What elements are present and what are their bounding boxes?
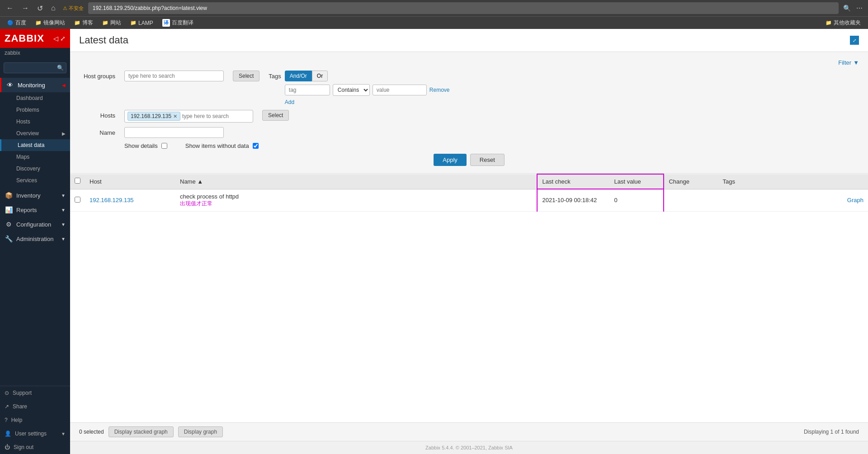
tag-value-input[interactable] [373, 85, 427, 95]
footer-text: Zabbix 5.4.4. © 2001–2021, Zabbix SIA [425, 445, 513, 450]
sidebar-item-maps[interactable]: Maps [0, 151, 70, 163]
select-all-checkbox[interactable] [75, 178, 80, 184]
more-button[interactable]: ⋯ [854, 4, 864, 13]
configuration-label: Configuration [16, 221, 51, 228]
tag-and-or-button[interactable]: And/Or [285, 71, 312, 81]
bookmark-lamp[interactable]: 📁 LAMP [127, 19, 157, 27]
hosts-search-input[interactable] [182, 113, 250, 119]
sidebar-item-hosts[interactable]: Hosts [0, 116, 70, 128]
display-graph-button[interactable]: Display graph [178, 426, 223, 437]
td-tags [718, 189, 832, 211]
overview-arrow-icon: ▶ [62, 131, 66, 136]
page-header: Latest data ⤢ [70, 29, 868, 52]
table-row: 192.168.129.135 check process of httpd 出… [70, 189, 868, 211]
bookmark-blog[interactable]: 📁 博客 [71, 18, 97, 28]
bookmark-translate[interactable]: 译 百度翻译 [159, 18, 197, 28]
sidebar-item-problems[interactable]: Problems [0, 104, 70, 116]
graph-link[interactable]: Graph [847, 197, 863, 203]
filter-header: Filter ▼ [79, 59, 859, 66]
bookmark-website[interactable]: 📁 网站 [99, 18, 125, 28]
expand-page-icon[interactable]: ⤢ [850, 36, 859, 45]
host-input-wrapper[interactable]: 192.168.129.135 ✕ [124, 110, 253, 123]
tag-add-button[interactable]: Add [285, 99, 294, 105]
host-groups-input[interactable] [124, 71, 224, 81]
main-content: Latest data ⤢ Filter ▼ Host groups Selec… [70, 29, 868, 454]
monitoring-label: Monitoring [18, 82, 45, 89]
bookmark-baidu[interactable]: 🔵 百度 [4, 18, 30, 28]
bookmark-mirror[interactable]: 📁 镜像网站 [32, 18, 69, 28]
display-stacked-graph-button[interactable]: Display stacked graph [108, 426, 174, 437]
host-link[interactable]: 192.168.129.135 [90, 197, 134, 203]
filter-toggle-button[interactable]: Filter ▼ [838, 59, 859, 66]
sidebar-item-reports[interactable]: 📊 Reports ▼ [0, 203, 70, 217]
host-tag-value: 192.168.129.135 [131, 113, 171, 119]
page-footer: Zabbix 5.4.4. © 2001–2021, Zabbix SIA [70, 441, 868, 454]
hosts-select-button[interactable]: Select [262, 110, 289, 121]
th-name[interactable]: Name ▲ [175, 174, 537, 189]
sidebar-item-administration[interactable]: 🔧 Administration ▼ [0, 232, 70, 246]
filter-funnel-icon: ▼ [853, 59, 859, 66]
sidebar-item-monitoring[interactable]: 👁 Monitoring ◀ [0, 78, 70, 92]
hosts-label: Hosts [79, 110, 115, 119]
sidebar-item-sign-out[interactable]: ⏻ Sign out [0, 440, 70, 454]
logo-text: ZABBIX [5, 33, 44, 44]
host-tag: 192.168.129.135 ✕ [127, 112, 180, 121]
status-message: 出现值才正常 [180, 200, 532, 208]
reports-label: Reports [16, 207, 37, 213]
bookmarks-bar: 🔵 百度 📁 镜像网站 📁 博客 📁 网站 📁 LAMP 译 百度翻译 📁 其他… [0, 16, 868, 29]
sidebar-item-inventory[interactable]: 📦 Inventory ▼ [0, 188, 70, 203]
back-button[interactable]: ← [4, 3, 16, 13]
sidebar-item-dashboard[interactable]: Dashboard [0, 92, 70, 104]
filter-section: Filter ▼ Host groups Select Tags And/Or … [70, 52, 868, 174]
sidebar-item-services[interactable]: Services [0, 175, 70, 186]
sidebar-item-discovery[interactable]: Discovery [0, 163, 70, 175]
show-items-checkbox[interactable] [253, 143, 259, 149]
hosts-row: Hosts 192.168.129.135 ✕ Select [79, 110, 859, 123]
sidebar-search-container: 🔍 [0, 60, 70, 76]
expand-icon[interactable]: ⤢ [60, 35, 66, 42]
url-bar[interactable] [88, 2, 839, 14]
td-last-check: 2021-10-09 00:18:42 [537, 189, 609, 211]
th-checkbox [70, 174, 85, 189]
user-settings-label: User settings [15, 430, 47, 437]
page-header-right: ⤢ [850, 36, 859, 45]
host-tag-remove-icon[interactable]: ✕ [173, 114, 177, 119]
tag-remove-button[interactable]: Remove [429, 87, 450, 93]
tag-or-button[interactable]: Or [312, 71, 328, 81]
apply-button[interactable]: Apply [434, 154, 467, 166]
refresh-button[interactable]: ↺ [34, 3, 46, 14]
reset-button[interactable]: Reset [470, 154, 505, 166]
sidebar-item-share[interactable]: ↗ Share [0, 400, 70, 413]
collapse-icon[interactable]: ◁ [53, 35, 58, 42]
tag-condition-select[interactable]: Contains [333, 84, 370, 96]
row-checkbox[interactable] [75, 197, 80, 203]
other-bookmarks[interactable]: 📁 其他收藏夹 [822, 18, 864, 28]
inventory-icon: 📦 [5, 192, 13, 199]
show-items-item: Show items without data [185, 142, 259, 149]
inventory-label: Inventory [16, 192, 40, 199]
host-groups-select-button[interactable]: Select [233, 71, 259, 81]
sidebar-item-latest-data[interactable]: Latest data [0, 139, 70, 151]
name-input[interactable] [124, 127, 224, 138]
extensions-button[interactable]: 🔍 [841, 4, 853, 13]
monitoring-collapse-icon: ◀ [62, 83, 66, 88]
show-details-checkbox[interactable] [161, 143, 167, 149]
sidebar-item-configuration[interactable]: ⚙ Configuration ▼ [0, 217, 70, 232]
sidebar-item-overview[interactable]: Overview ▶ [0, 128, 70, 139]
reports-chevron-icon: ▼ [61, 208, 66, 213]
folder-icon: 📁 [130, 20, 137, 26]
home-button[interactable]: ⌂ [48, 3, 58, 13]
show-details-item: Show details [124, 142, 167, 149]
host-groups-label: Host groups [79, 71, 115, 80]
sidebar-item-user-settings[interactable]: 👤 User settings ▼ [0, 427, 70, 440]
td-name: check process of httpd 出现值才正常 [175, 189, 537, 211]
sidebar-item-help[interactable]: ? Help [0, 413, 70, 427]
bookmark-label: 其他收藏夹 [834, 19, 861, 27]
logo-icons: ◁ ⤢ [53, 35, 66, 42]
last-value-value: 0 [614, 197, 617, 203]
sidebar-logo: ZABBIX ◁ ⤢ [0, 29, 70, 48]
show-details-row: Show details Show items without data [124, 142, 859, 149]
tag-name-input[interactable] [285, 85, 330, 95]
sidebar-item-support[interactable]: ⊙ Support [0, 386, 70, 400]
forward-button[interactable]: → [19, 3, 32, 13]
